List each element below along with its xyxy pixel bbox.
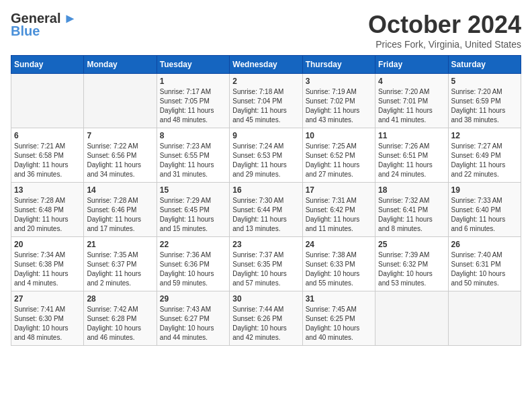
calendar-week-5: 27Sunrise: 7:41 AM Sunset: 6:30 PM Dayli… (11, 291, 521, 346)
title-block: October 2024 Prices Fork, Virginia, Unit… (368, 11, 521, 50)
col-header-tuesday: Tuesday (157, 56, 229, 74)
calendar-week-4: 20Sunrise: 7:34 AM Sunset: 6:38 PM Dayli… (11, 237, 521, 291)
calendar-cell: 25Sunrise: 7:39 AM Sunset: 6:32 PM Dayli… (375, 237, 448, 291)
day-info: Sunrise: 7:21 AM Sunset: 6:58 PM Dayligh… (14, 142, 81, 179)
day-number: 12 (451, 131, 518, 140)
day-number: 4 (378, 77, 445, 86)
col-header-monday: Monday (84, 56, 157, 74)
day-info: Sunrise: 7:27 AM Sunset: 6:49 PM Dayligh… (451, 142, 518, 179)
day-info: Sunrise: 7:43 AM Sunset: 6:27 PM Dayligh… (160, 305, 226, 342)
calendar-cell: 9Sunrise: 7:24 AM Sunset: 6:53 PM Daylig… (230, 128, 302, 183)
calendar-cell: 31Sunrise: 7:45 AM Sunset: 6:25 PM Dayli… (302, 291, 375, 346)
day-info: Sunrise: 7:41 AM Sunset: 6:30 PM Dayligh… (14, 305, 81, 342)
day-number: 27 (14, 294, 81, 304)
day-number: 15 (160, 185, 226, 195)
calendar-cell: 18Sunrise: 7:32 AM Sunset: 6:41 PM Dayli… (375, 183, 448, 237)
calendar-cell: 5Sunrise: 7:20 AM Sunset: 6:59 PM Daylig… (448, 74, 521, 128)
calendar-cell: 14Sunrise: 7:28 AM Sunset: 6:46 PM Dayli… (84, 183, 157, 237)
day-info: Sunrise: 7:17 AM Sunset: 7:05 PM Dayligh… (160, 87, 226, 125)
day-info: Sunrise: 7:24 AM Sunset: 6:53 PM Dayligh… (232, 142, 299, 179)
day-number: 22 (160, 240, 226, 249)
day-info: Sunrise: 7:25 AM Sunset: 6:52 PM Dayligh… (306, 142, 372, 179)
day-info: Sunrise: 7:39 AM Sunset: 6:32 PM Dayligh… (378, 250, 445, 288)
day-info: Sunrise: 7:18 AM Sunset: 7:04 PM Dayligh… (232, 87, 299, 125)
day-number: 16 (232, 185, 299, 195)
calendar-cell (84, 74, 157, 128)
calendar-cell: 16Sunrise: 7:30 AM Sunset: 6:44 PM Dayli… (230, 183, 302, 237)
day-info: Sunrise: 7:32 AM Sunset: 6:41 PM Dayligh… (378, 196, 445, 234)
day-number: 9 (232, 131, 299, 140)
calendar-cell: 22Sunrise: 7:36 AM Sunset: 6:36 PM Dayli… (157, 237, 229, 291)
calendar-cell: 24Sunrise: 7:38 AM Sunset: 6:33 PM Dayli… (302, 237, 375, 291)
calendar-cell: 4Sunrise: 7:20 AM Sunset: 7:01 PM Daylig… (375, 74, 448, 128)
calendar-cell: 13Sunrise: 7:28 AM Sunset: 6:48 PM Dayli… (11, 183, 84, 237)
col-header-wednesday: Wednesday (230, 56, 302, 74)
calendar-cell: 17Sunrise: 7:31 AM Sunset: 6:42 PM Dayli… (302, 183, 375, 237)
calendar-cell: 7Sunrise: 7:22 AM Sunset: 6:56 PM Daylig… (84, 128, 157, 183)
col-header-thursday: Thursday (302, 56, 375, 74)
day-number: 6 (14, 131, 81, 140)
location-title: Prices Fork, Virginia, United States (368, 39, 521, 50)
day-info: Sunrise: 7:19 AM Sunset: 7:02 PM Dayligh… (306, 87, 372, 125)
day-info: Sunrise: 7:38 AM Sunset: 6:33 PM Dayligh… (306, 250, 372, 288)
day-info: Sunrise: 7:29 AM Sunset: 6:45 PM Dayligh… (160, 196, 226, 234)
day-number: 11 (378, 131, 445, 140)
day-info: Sunrise: 7:22 AM Sunset: 6:56 PM Dayligh… (87, 142, 153, 179)
calendar-week-3: 13Sunrise: 7:28 AM Sunset: 6:48 PM Dayli… (11, 183, 521, 237)
day-number: 5 (451, 77, 518, 86)
day-info: Sunrise: 7:37 AM Sunset: 6:35 PM Dayligh… (232, 250, 299, 288)
day-info: Sunrise: 7:36 AM Sunset: 6:36 PM Dayligh… (160, 250, 226, 288)
day-info: Sunrise: 7:31 AM Sunset: 6:42 PM Dayligh… (306, 196, 372, 234)
calendar-cell: 28Sunrise: 7:42 AM Sunset: 6:28 PM Dayli… (84, 291, 157, 346)
calendar-cell: 8Sunrise: 7:23 AM Sunset: 6:55 PM Daylig… (157, 128, 229, 183)
day-number: 28 (87, 294, 153, 304)
day-number: 14 (87, 185, 153, 195)
calendar-cell: 15Sunrise: 7:29 AM Sunset: 6:45 PM Dayli… (157, 183, 229, 237)
day-number: 20 (14, 240, 81, 249)
calendar-cell (11, 74, 84, 128)
day-number: 8 (160, 131, 226, 140)
day-number: 10 (306, 131, 372, 140)
day-number: 3 (306, 77, 372, 86)
calendar-cell: 23Sunrise: 7:37 AM Sunset: 6:35 PM Dayli… (230, 237, 302, 291)
day-info: Sunrise: 7:44 AM Sunset: 6:26 PM Dayligh… (232, 305, 299, 342)
calendar-cell: 20Sunrise: 7:34 AM Sunset: 6:38 PM Dayli… (11, 237, 84, 291)
logo-bird-icon: ► (63, 11, 77, 26)
calendar-week-2: 6Sunrise: 7:21 AM Sunset: 6:58 PM Daylig… (11, 128, 521, 183)
day-number: 17 (306, 185, 372, 195)
day-number: 29 (160, 294, 226, 304)
day-number: 25 (378, 240, 445, 249)
page-header: General ► Blue October 2024 Prices Fork,… (11, 11, 521, 50)
calendar-cell: 12Sunrise: 7:27 AM Sunset: 6:49 PM Dayli… (448, 128, 521, 183)
calendar-cell: 1Sunrise: 7:17 AM Sunset: 7:05 PM Daylig… (157, 74, 229, 128)
calendar-cell: 6Sunrise: 7:21 AM Sunset: 6:58 PM Daylig… (11, 128, 84, 183)
calendar-cell (375, 291, 448, 346)
calendar-cell (448, 291, 521, 346)
col-header-friday: Friday (375, 56, 448, 74)
calendar-cell: 10Sunrise: 7:25 AM Sunset: 6:52 PM Dayli… (302, 128, 375, 183)
col-header-sunday: Sunday (11, 56, 84, 74)
day-info: Sunrise: 7:30 AM Sunset: 6:44 PM Dayligh… (232, 196, 299, 234)
calendar-cell: 21Sunrise: 7:35 AM Sunset: 6:37 PM Dayli… (84, 237, 157, 291)
day-number: 24 (306, 240, 372, 249)
calendar-cell: 3Sunrise: 7:19 AM Sunset: 7:02 PM Daylig… (302, 74, 375, 128)
calendar-cell: 30Sunrise: 7:44 AM Sunset: 6:26 PM Dayli… (230, 291, 302, 346)
calendar-cell: 11Sunrise: 7:26 AM Sunset: 6:51 PM Dayli… (375, 128, 448, 183)
day-number: 13 (14, 185, 81, 195)
day-info: Sunrise: 7:23 AM Sunset: 6:55 PM Dayligh… (160, 142, 226, 179)
calendar-table: SundayMondayTuesdayWednesdayThursdayFrid… (11, 55, 521, 346)
day-info: Sunrise: 7:20 AM Sunset: 7:01 PM Dayligh… (378, 87, 445, 125)
day-number: 21 (87, 240, 153, 249)
day-info: Sunrise: 7:34 AM Sunset: 6:38 PM Dayligh… (14, 250, 81, 288)
calendar-cell: 29Sunrise: 7:43 AM Sunset: 6:27 PM Dayli… (157, 291, 229, 346)
day-number: 26 (451, 240, 518, 249)
calendar-cell: 27Sunrise: 7:41 AM Sunset: 6:30 PM Dayli… (11, 291, 84, 346)
calendar-cell: 26Sunrise: 7:40 AM Sunset: 6:31 PM Dayli… (448, 237, 521, 291)
calendar-cell: 19Sunrise: 7:33 AM Sunset: 6:40 PM Dayli… (448, 183, 521, 237)
day-info: Sunrise: 7:28 AM Sunset: 6:46 PM Dayligh… (87, 196, 153, 234)
day-number: 30 (232, 294, 299, 304)
day-info: Sunrise: 7:35 AM Sunset: 6:37 PM Dayligh… (87, 250, 153, 288)
logo-text-blue: Blue (11, 24, 40, 39)
day-info: Sunrise: 7:42 AM Sunset: 6:28 PM Dayligh… (87, 305, 153, 342)
day-number: 23 (232, 240, 299, 249)
